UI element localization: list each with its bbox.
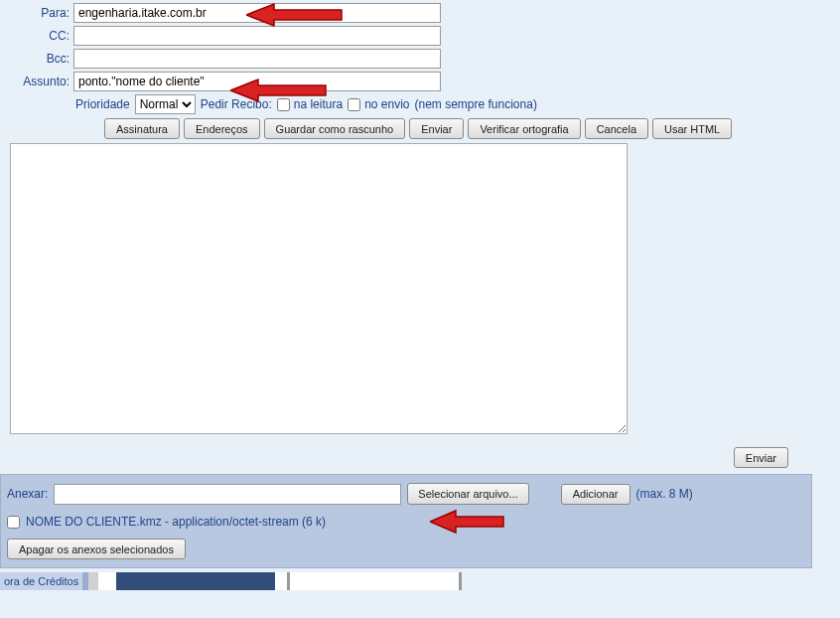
subject-label: Assunto: bbox=[0, 75, 73, 88]
cc-input[interactable] bbox=[73, 26, 441, 46]
signature-button[interactable]: Assinatura bbox=[104, 118, 180, 139]
subject-input[interactable] bbox=[73, 72, 441, 91]
save-draft-button[interactable]: Guardar como rascunho bbox=[264, 118, 406, 139]
add-attachment-button[interactable]: Adicionar bbox=[561, 484, 630, 505]
attach-max-note: (max. 8 M) bbox=[636, 487, 693, 501]
bcc-input[interactable] bbox=[73, 49, 441, 69]
priority-select[interactable]: Normal bbox=[135, 94, 196, 114]
send-bottom-button[interactable]: Enviar bbox=[734, 447, 788, 468]
on-send-checkbox[interactable] bbox=[348, 98, 360, 111]
body-textarea[interactable] bbox=[10, 143, 628, 434]
attach-label: Anexar: bbox=[7, 487, 48, 501]
to-label: Para: bbox=[0, 6, 73, 20]
choose-file-button[interactable]: Selecionar arquivo... bbox=[407, 483, 528, 505]
on-read-label: na leitura bbox=[294, 97, 343, 111]
cancel-button[interactable]: Cancela bbox=[585, 118, 648, 139]
receipt-label: Pedir Recibo: bbox=[201, 97, 272, 111]
attachment-checkbox[interactable] bbox=[7, 516, 20, 529]
use-html-button[interactable]: Usar HTML bbox=[652, 118, 732, 139]
delete-attachments-button[interactable]: Apagar os anexos selecionados bbox=[7, 539, 186, 559]
cc-label: CC: bbox=[0, 29, 73, 43]
on-read-checkbox[interactable] bbox=[277, 98, 290, 111]
priority-label: Prioridade bbox=[75, 97, 130, 111]
attachment-name: NOME DO CLIENTE.kmz - application/octet-… bbox=[26, 515, 326, 529]
spellcheck-button[interactable]: Verificar ortografia bbox=[468, 118, 580, 139]
footer-progress-bar bbox=[82, 572, 462, 590]
to-input[interactable] bbox=[73, 3, 441, 23]
send-button[interactable]: Enviar bbox=[409, 118, 464, 139]
attach-input[interactable] bbox=[54, 484, 401, 505]
addresses-button[interactable]: Endereços bbox=[184, 118, 260, 139]
on-send-label: no envio bbox=[364, 97, 409, 111]
bcc-label: Bcc: bbox=[0, 52, 73, 66]
on-send-note: (nem sempre funciona) bbox=[415, 97, 537, 111]
footer-credits-link[interactable]: ora de Créditos bbox=[0, 572, 82, 590]
